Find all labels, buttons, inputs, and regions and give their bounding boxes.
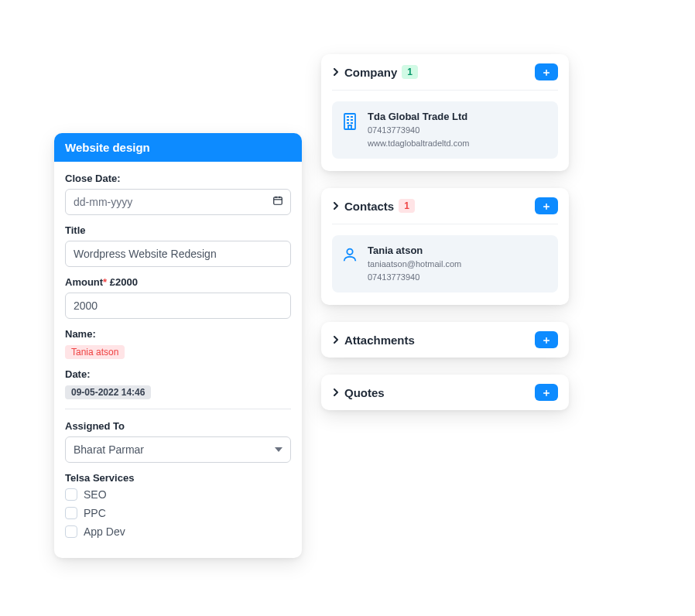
contact-email: taniaatson@hotmail.com [368,258,461,271]
contacts-header[interactable]: Contacts 1 ＋ [321,188,569,224]
card-title: Website design [54,133,302,162]
service-checkbox-ppc[interactable] [65,507,77,519]
date-tag: 09-05-2022 14:46 [65,385,151,399]
building-icon [341,111,358,131]
person-icon [341,245,358,263]
close-date-label: Close Date: [65,173,291,184]
quotes-card: Quotes ＋ [321,375,569,410]
close-date-input[interactable] [65,189,291,215]
divider [332,90,558,91]
service-row-appdev: App Dev [65,525,291,538]
chevron-right-icon [332,68,340,76]
service-row-ppc: PPC [65,507,291,519]
service-label-ppc: PPC [84,507,106,519]
plus-icon: ＋ [541,67,552,77]
date-group: Date: 09-05-2022 14:46 [65,368,291,399]
amount-label: Amount* £2000 [65,276,291,288]
services-label: Telsa Services [65,472,291,484]
service-label-appdev: App Dev [84,525,125,538]
service-row-seo: SEO [65,488,291,501]
title-group: Title [65,224,291,267]
service-label-seo: SEO [84,488,107,501]
company-phone: 07413773940 [368,124,469,137]
assigned-to-select[interactable]: Bharat Parmar [65,436,291,463]
company-count-badge: 1 [402,65,418,79]
quotes-header[interactable]: Quotes ＋ [321,375,569,410]
contact-item[interactable]: Tania atson taniaatson@hotmail.com 07413… [332,235,558,293]
company-website: www.tdaglobaltradeltd.com [368,137,469,150]
contact-phone: 07413773940 [368,271,461,284]
amount-group: Amount* £2000 [65,276,291,319]
contacts-title: Contacts [344,200,394,213]
plus-icon: ＋ [541,387,552,398]
close-date-group: Close Date: [65,173,291,215]
attachments-header[interactable]: Attachments ＋ [321,322,569,358]
plus-icon: ＋ [541,200,552,211]
quotes-title: Quotes [344,386,385,399]
date-label: Date: [65,368,291,380]
service-checkbox-seo[interactable] [65,488,77,501]
contacts-card: Contacts 1 ＋ Tania atson taniaatson@hotm… [321,188,569,305]
website-design-card: Website design Close Date: Title Amount* [54,133,302,558]
chevron-right-icon [332,336,340,344]
name-tag[interactable]: Tania atson [65,345,125,359]
assigned-to-group: Assigned To Bharat Parmar [65,420,291,463]
name-group: Name: Tania atson [65,328,291,359]
attachments-card: Attachments ＋ [321,322,569,358]
add-contact-button[interactable]: ＋ [535,197,558,214]
contacts-count-badge: 1 [399,199,415,213]
divider [65,409,291,409]
name-label: Name: [65,328,291,340]
svg-rect-4 [344,114,355,129]
company-card: Company 1 ＋ Tda Global Trade Ltd 0741377… [321,54,569,171]
company-name: Tda Global Trade Ltd [368,111,469,122]
add-attachment-button[interactable]: ＋ [535,331,558,348]
amount-input[interactable] [65,293,291,319]
svg-point-12 [347,249,352,255]
svg-rect-11 [348,125,351,129]
assigned-to-label: Assigned To [65,420,291,432]
plus-icon: ＋ [541,334,552,345]
chevron-right-icon [332,388,340,396]
title-input[interactable] [65,241,291,267]
add-company-button[interactable]: ＋ [535,63,558,80]
company-header[interactable]: Company 1 ＋ [321,54,569,90]
attachments-title: Attachments [344,334,415,347]
service-checkbox-appdev[interactable] [65,525,77,538]
services-group: Telsa Services SEO PPC App Dev [65,472,291,538]
add-quote-button[interactable]: ＋ [535,384,558,401]
company-title: Company [344,66,397,79]
title-label: Title [65,224,291,236]
contact-name: Tania atson [368,245,461,256]
chevron-right-icon [332,202,340,210]
company-item[interactable]: Tda Global Trade Ltd 07413773940 www.tda… [332,101,558,159]
divider [332,224,558,224]
